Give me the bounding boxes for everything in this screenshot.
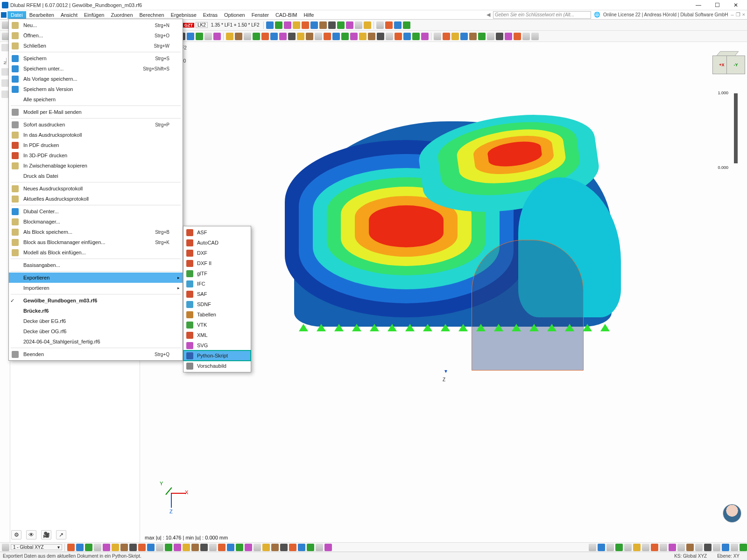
tool-icon[interactable]	[298, 544, 305, 551]
file-menu-item[interactable]: Sofort ausdruckenStrg+P	[9, 119, 183, 130]
tool-icon[interactable]	[487, 33, 494, 40]
menu-ansicht[interactable]: Ansicht	[57, 11, 81, 19]
tool-icon[interactable]	[364, 21, 371, 29]
file-menu-item[interactable]: Neu...Strg+N	[9, 20, 183, 30]
tool-icon[interactable]	[598, 544, 605, 551]
tool-icon[interactable]	[138, 544, 146, 551]
tool-icon[interactable]	[624, 544, 632, 551]
tool-icon[interactable]	[677, 544, 685, 551]
file-menu-item[interactable]: Modell als Block einfügen...	[9, 247, 183, 258]
tool-icon[interactable]	[112, 544, 119, 551]
tool-icon[interactable]	[368, 33, 375, 40]
export-submenu[interactable]: ASFAutoCADDXFDXF IIglTFIFCSAFSDNFTabelle…	[183, 226, 251, 372]
tool-icon[interactable]	[505, 33, 512, 40]
export-item-dxf[interactable]: DXF	[183, 248, 251, 258]
tool-icon[interactable]	[350, 33, 358, 40]
tool-icon[interactable]	[261, 33, 269, 40]
menu-hilfe[interactable]: Hilfe	[300, 11, 317, 19]
export-item-python-skript[interactable]: Python-Skript	[183, 350, 251, 361]
tool-icon[interactable]	[288, 33, 296, 40]
tool-icon[interactable]	[341, 33, 349, 40]
file-menu-item[interactable]: Aktuelles Ausdrucksprotokoll	[9, 194, 183, 204]
menu-datei[interactable]: Datei	[7, 11, 26, 19]
menu-optionen[interactable]: Optionen	[221, 11, 248, 19]
close-button[interactable]: ✕	[726, 0, 745, 10]
menu-berechnen[interactable]: Berechnen	[136, 11, 168, 19]
vertical-tool-icon[interactable]	[1, 44, 9, 51]
export-item-vorschaubild[interactable]: Vorschaubild	[183, 361, 251, 371]
tool-icon[interactable]	[421, 33, 429, 40]
tool-icon[interactable]	[310, 21, 318, 29]
tool-icon[interactable]	[328, 21, 336, 29]
tool-icon[interactable]	[332, 33, 340, 40]
tool-icon[interactable]	[531, 33, 539, 40]
file-menu-item[interactable]: Basisangaben...	[9, 260, 183, 270]
tool-icon[interactable]	[660, 544, 667, 551]
file-menu-item[interactable]: Brücke.rf6	[9, 306, 183, 316]
tool-icon[interactable]	[651, 544, 658, 551]
assistant-avatar[interactable]	[723, 504, 741, 523]
tool-icon[interactable]	[377, 33, 384, 40]
file-menu-item[interactable]: Dlubal Center...	[9, 206, 183, 217]
tool-icon[interactable]	[302, 21, 309, 29]
tool-icon[interactable]	[386, 33, 393, 40]
export-item-sdnf[interactable]: SDNF	[183, 299, 251, 309]
tool-icon[interactable]	[307, 544, 314, 551]
tool-icon[interactable]	[235, 33, 242, 40]
file-menu-item[interactable]: SpeichernStrg+S	[9, 53, 183, 63]
cube-face-y[interactable]: -Y	[726, 56, 745, 74]
menu-bearbeiten[interactable]: Bearbeiten	[26, 11, 57, 19]
tool-icon[interactable]	[324, 544, 332, 551]
file-menu-item[interactable]: SchließenStrg+W	[9, 41, 183, 51]
tool-icon[interactable]	[740, 544, 747, 551]
file-menu-item[interactable]: In das Ausdrucksprotokoll	[9, 130, 183, 140]
file-menu-item[interactable]: In PDF drucken	[9, 140, 183, 150]
tool-icon[interactable]	[522, 33, 530, 40]
file-menu-item[interactable]: Modell per E-Mail senden	[9, 107, 183, 117]
file-menu-item[interactable]: Speichern unter...Strg+Shift+S	[9, 63, 183, 74]
lk2-select[interactable]: LK2	[196, 22, 208, 28]
tool-icon[interactable]	[279, 33, 287, 40]
tool-icon[interactable]	[731, 544, 738, 551]
file-menu-item[interactable]: Neues Ausdrucksprotokoll	[9, 183, 183, 194]
tool-icon[interactable]	[713, 544, 720, 551]
tool-icon[interactable]	[337, 21, 345, 29]
tool-icon[interactable]	[275, 21, 282, 29]
dock-minimize-icon[interactable]: –	[731, 12, 733, 18]
tool-icon[interactable]	[129, 544, 137, 551]
file-menu-item[interactable]: In Zwischenablage kopieren	[9, 161, 183, 171]
ks-select[interactable]: 1 - Global XYZ▾	[11, 544, 62, 550]
tool-icon[interactable]	[589, 544, 596, 551]
tool-icon[interactable]	[209, 544, 217, 551]
file-menu-item[interactable]: Speichern als Version	[9, 84, 183, 94]
tool-icon[interactable]	[289, 544, 296, 551]
file-menu-item[interactable]: Decke über EG.rf6	[9, 316, 183, 326]
tool-icon[interactable]	[376, 21, 384, 29]
export-item-svg[interactable]: SVG	[183, 340, 251, 350]
tool-icon[interactable]	[165, 544, 172, 551]
tree-bottom-button[interactable]: ⚙	[11, 530, 21, 539]
tool-icon[interactable]	[174, 544, 181, 551]
tool-icon[interactable]	[297, 33, 304, 40]
tool-icon[interactable]	[94, 544, 101, 551]
export-item-saf[interactable]: SAF	[183, 289, 251, 299]
tool-icon[interactable]	[147, 544, 155, 551]
tool-icon[interactable]	[319, 21, 327, 29]
dock-close-icon[interactable]: ×	[742, 12, 745, 18]
tool-icon[interactable]	[695, 544, 703, 551]
file-menu-item[interactable]: 2024-06-04_Stahlgerüst_fertig.rf6	[9, 336, 183, 347]
tool-icon[interactable]	[403, 33, 411, 40]
file-menu-item[interactable]: Als Vorlage speichern...	[9, 74, 183, 84]
tool-icon[interactable]	[156, 544, 163, 551]
tool-icon[interactable]	[722, 544, 729, 551]
export-item-ifc[interactable]: IFC	[183, 279, 251, 289]
vertical-tool-icon[interactable]	[1, 91, 9, 98]
tool-icon[interactable]	[271, 544, 279, 551]
file-menu-item[interactable]: In 3D-PDF drucken	[9, 150, 183, 161]
keyword-search[interactable]: Geben Sie ein Schlüsselwort ein (Alt...	[493, 11, 591, 19]
file-menu-item[interactable]: Öffnen...Strg+O	[9, 30, 183, 41]
export-item-dxf-ii[interactable]: DXF II	[183, 258, 251, 268]
file-menu-item[interactable]: Decke über OG.rf6	[9, 326, 183, 336]
tool-icon[interactable]	[306, 33, 313, 40]
file-menu-item[interactable]: Als Block speichern...Strg+B	[9, 227, 183, 237]
